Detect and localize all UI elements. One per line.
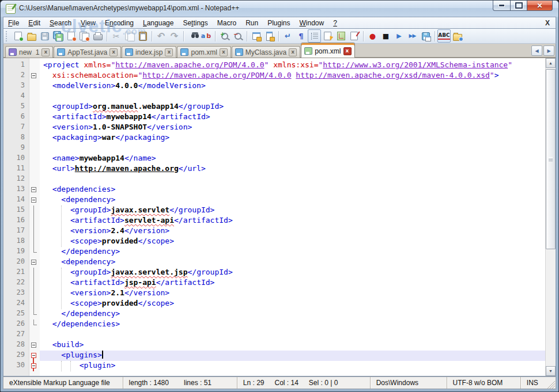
code-line-18[interactable]: <scope>provided</scope> bbox=[40, 237, 545, 247]
zoom-out-button[interactable]: − bbox=[231, 29, 244, 43]
menu-macro[interactable]: Macro bbox=[213, 18, 241, 28]
code-line-9[interactable] bbox=[40, 143, 545, 154]
tab-scroll-right-button[interactable]: ▶ bbox=[543, 45, 554, 56]
tab-pom.xml[interactable]: pom.xmlx bbox=[177, 46, 231, 58]
find-button[interactable] bbox=[186, 29, 199, 43]
open-file-button[interactable] bbox=[25, 29, 38, 43]
resize-grip-icon[interactable] bbox=[547, 380, 555, 389]
code-line-30[interactable]: <plugin> bbox=[40, 361, 545, 371]
scroll-down-button[interactable]: ▼ bbox=[546, 366, 556, 376]
macro-record-button[interactable]: ● bbox=[366, 29, 379, 43]
fold-marker[interactable] bbox=[29, 71, 40, 81]
code-line-7[interactable]: <version>1.0-SNAPSHOT</version> bbox=[40, 123, 545, 133]
text-area[interactable]: <project xmlns="http://maven.apache.org/… bbox=[40, 58, 545, 376]
code-line-4[interactable] bbox=[40, 92, 545, 102]
tab-new-1[interactable]: new 1x bbox=[5, 46, 53, 58]
menu-window[interactable]: Window bbox=[295, 18, 329, 28]
tab-index.jsp[interactable]: index.jspx bbox=[122, 46, 176, 58]
menu-search[interactable]: Search bbox=[45, 18, 76, 28]
code-line-13[interactable]: <dependencies> bbox=[40, 185, 545, 195]
macro-stop-button[interactable]: ■ bbox=[379, 29, 392, 43]
code-line-21[interactable]: <groupId>javax.servlet.jsp</groupId> bbox=[40, 268, 545, 278]
code-line-20[interactable]: <dependency> bbox=[40, 257, 545, 268]
fold-marker[interactable] bbox=[29, 340, 40, 351]
paste-button[interactable] bbox=[136, 29, 149, 43]
code-line-14[interactable]: <dependency> bbox=[40, 195, 545, 205]
fold-marker[interactable] bbox=[29, 185, 40, 195]
cut-button[interactable]: ✂ bbox=[109, 29, 123, 43]
replace-button[interactable]: ab bbox=[199, 29, 213, 43]
code-line-3[interactable]: <modelVersion>4.0.0</modelVersion> bbox=[40, 81, 545, 92]
menu-run[interactable]: Run bbox=[241, 18, 263, 28]
menu-plugins[interactable]: Plugins bbox=[263, 18, 294, 28]
tab-close-icon[interactable]: x bbox=[343, 47, 352, 55]
code-line-6[interactable]: <artifactId>mywebapp14</artifactId> bbox=[40, 112, 545, 123]
title-bar[interactable]: C:\Users\Manuel\mavenArchetypes\mywebapp… bbox=[1, 1, 558, 17]
close-all-button[interactable] bbox=[78, 29, 91, 43]
code-line-15[interactable]: <groupId>javax.servlet</groupId> bbox=[40, 205, 545, 216]
minimize-button[interactable] bbox=[493, 1, 510, 11]
close-button[interactable] bbox=[65, 29, 78, 43]
new-file-button[interactable] bbox=[12, 29, 25, 43]
maximize-button[interactable] bbox=[510, 1, 527, 11]
status-insert-mode[interactable]: INS bbox=[521, 379, 547, 387]
show-all-characters-button[interactable]: ¶ bbox=[294, 29, 308, 43]
tab-myclass.java[interactable]: MyClass.javax bbox=[232, 46, 300, 58]
menu-edit[interactable]: Edit bbox=[24, 18, 45, 28]
save-button[interactable] bbox=[38, 29, 51, 43]
tab-close-icon[interactable]: x bbox=[289, 48, 297, 56]
fold-marker[interactable] bbox=[29, 351, 40, 361]
tab-close-icon[interactable]: x bbox=[109, 48, 118, 56]
show-indent-guide-button[interactable] bbox=[308, 29, 321, 43]
undo-button[interactable]: ↶ bbox=[154, 29, 168, 43]
menu-file[interactable]: File bbox=[3, 18, 24, 28]
print-button[interactable] bbox=[91, 29, 104, 43]
code-line-8[interactable]: <packaging>war</packaging> bbox=[40, 133, 545, 143]
scrollbar-thumb[interactable] bbox=[546, 69, 556, 249]
code-line-11[interactable]: <url>http://maven.apache.org</url> bbox=[40, 164, 545, 174]
fold-marker[interactable] bbox=[29, 257, 40, 268]
macro-save-button[interactable] bbox=[419, 29, 432, 43]
code-line-25[interactable]: </dependency> bbox=[40, 309, 545, 319]
menu-language[interactable]: Language bbox=[138, 18, 178, 28]
menu-view[interactable]: View bbox=[76, 18, 100, 28]
close-button[interactable]: ✕ bbox=[527, 1, 553, 11]
menu-[interactable]: ? bbox=[328, 18, 342, 28]
tab-close-icon[interactable]: x bbox=[220, 48, 228, 56]
tab-apptest.java[interactable]: AppTest.javax bbox=[54, 46, 121, 58]
redo-button[interactable]: ↷ bbox=[168, 29, 181, 43]
word-wrap-button[interactable]: ↵ bbox=[281, 29, 294, 43]
spell-check-settings-button[interactable] bbox=[451, 29, 464, 43]
function-list-button[interactable] bbox=[348, 29, 361, 43]
status-encoding[interactable]: UTF-8 w/o BOM bbox=[447, 379, 520, 387]
document-map-button[interactable] bbox=[334, 29, 348, 43]
code-line-23[interactable]: <version>2.1</version> bbox=[40, 288, 545, 299]
code-line-26[interactable]: </dependencies> bbox=[40, 319, 545, 330]
menu-settings[interactable]: Settings bbox=[178, 18, 212, 28]
code-line-27[interactable] bbox=[40, 330, 545, 340]
spell-check-button[interactable]: ABC bbox=[437, 29, 451, 43]
user-defined-language-button[interactable] bbox=[321, 29, 334, 43]
macro-play-button[interactable]: ▶ bbox=[392, 29, 406, 43]
code-line-16[interactable]: <artifactId>servlet-api</artifactId> bbox=[40, 216, 545, 226]
macro-run-multiple-button[interactable]: ▶▶ bbox=[406, 29, 419, 43]
code-line-22[interactable]: <artifactId>jsp-api</artifactId> bbox=[40, 278, 545, 288]
status-eol-format[interactable]: Dos\Windows bbox=[371, 379, 447, 387]
code-line-29[interactable]: <plugins> bbox=[40, 351, 545, 361]
code-line-12[interactable] bbox=[40, 174, 545, 185]
sync-horizontal-button[interactable] bbox=[263, 29, 276, 43]
code-line-1[interactable]: <project xmlns="http://maven.apache.org/… bbox=[40, 60, 545, 71]
vertical-scrollbar[interactable]: ▲ ▼ bbox=[545, 58, 556, 376]
code-line-10[interactable]: <name>mywebapp14</name> bbox=[40, 154, 545, 164]
code-line-5[interactable]: <groupId>org.manuel.webapp14</groupId> bbox=[40, 102, 545, 112]
tab-scroll-left-button[interactable]: ◀ bbox=[531, 45, 542, 56]
menu-encoding[interactable]: Encoding bbox=[100, 18, 138, 28]
fold-marker[interactable] bbox=[29, 361, 40, 371]
code-line-28[interactable]: <build> bbox=[40, 340, 545, 351]
tab-pom.xml-active[interactable]: pom.xmlx bbox=[301, 43, 354, 58]
code-line-19[interactable]: </dependency> bbox=[40, 247, 545, 257]
tab-close-icon[interactable]: x bbox=[165, 48, 173, 56]
code-line-17[interactable]: <version>2.4</version> bbox=[40, 226, 545, 237]
code-line-24[interactable]: <scope>provided</scope> bbox=[40, 299, 545, 309]
sync-vertical-button[interactable] bbox=[250, 29, 263, 43]
